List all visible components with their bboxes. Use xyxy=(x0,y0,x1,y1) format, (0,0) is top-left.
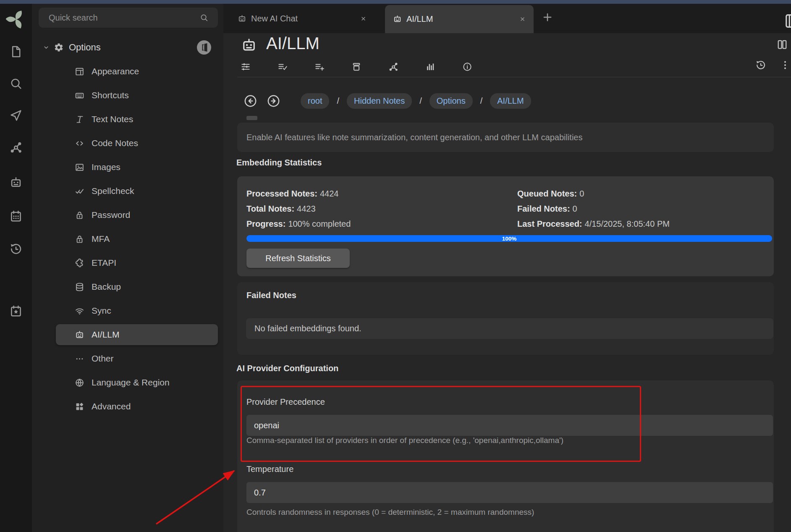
sidebar-item-shortcuts[interactable]: Shortcuts xyxy=(56,85,218,106)
sidebar-item-backup[interactable]: Backup xyxy=(56,276,218,297)
close-icon[interactable] xyxy=(519,16,526,23)
gear-icon xyxy=(54,42,64,52)
close-icon[interactable] xyxy=(360,15,367,22)
journal-icon[interactable] xyxy=(783,12,791,30)
trilium-logo-icon xyxy=(6,9,26,29)
app-window: Quick search Options AppearanceShortcuts… xyxy=(0,0,791,532)
globe-icon xyxy=(74,377,85,388)
ribbon-divider xyxy=(237,77,791,77)
sidebar-item-label: Language & Region xyxy=(92,377,170,388)
embedding-statistics-panel: Processed Notes:4424Total Notes:4423Prog… xyxy=(237,176,774,276)
embedding-statistics-heading: Embedding Statistics xyxy=(236,158,322,168)
hoist-button[interactable] xyxy=(197,40,211,55)
calendar-icon[interactable] xyxy=(9,209,23,223)
stat-failed-notes: Failed Notes:0 xyxy=(517,204,670,214)
sidebar-item-options[interactable]: Options xyxy=(32,37,223,58)
sidebar-item-spellcheck[interactable]: Spellcheck xyxy=(56,181,218,202)
sidebar-item-label: Advanced xyxy=(92,401,131,411)
ribbon-right-toolbar xyxy=(755,59,791,71)
history-icon[interactable] xyxy=(755,59,767,71)
breadcrumb-separator: / xyxy=(337,96,339,106)
sidebar-item-label: Text Notes xyxy=(92,114,133,124)
sidebar-item-label: MFA xyxy=(92,234,110,244)
search-input[interactable]: Quick search xyxy=(39,8,218,28)
tune-icon[interactable] xyxy=(237,58,254,75)
sidebar-item-advanced[interactable]: Advanced xyxy=(56,396,218,417)
image-icon xyxy=(74,162,85,173)
sidebar-item-label: Sync xyxy=(92,306,111,316)
sidebar-item-appearance[interactable]: Appearance xyxy=(56,61,218,82)
robot-icon xyxy=(74,330,85,340)
tab-new-ai-chat[interactable]: New AI Chat xyxy=(230,4,375,33)
note-title[interactable]: AI/LLM xyxy=(266,34,320,53)
kebab-icon[interactable] xyxy=(779,59,791,71)
sidebar-item-etapi[interactable]: ETAPI xyxy=(56,252,218,273)
sidebar-item-text-notes[interactable]: Text Notes xyxy=(56,109,218,130)
provider-precedence-label: Provider Precedence xyxy=(246,397,325,407)
search-icon[interactable] xyxy=(199,13,209,22)
search-icon[interactable] xyxy=(9,76,23,91)
send-icon[interactable] xyxy=(9,108,23,123)
note-path-row: root/Hidden Notes/Options/AI/LLM xyxy=(244,93,531,109)
sidebar-item-ai-llm[interactable]: AI/LLM xyxy=(56,324,218,345)
database-icon xyxy=(74,282,85,292)
grid-diamond-icon xyxy=(74,401,85,412)
sidebar-item-mfa[interactable]: MFA xyxy=(56,228,218,249)
robot-icon[interactable] xyxy=(240,37,258,54)
failed-notes-empty-message: No failed embeddings found. xyxy=(246,318,773,339)
breadcrumb-item-options[interactable]: Options xyxy=(430,93,473,109)
stat-processed-notes: Processed Notes:4424 xyxy=(246,189,351,199)
forward-button[interactable] xyxy=(267,94,280,108)
window-top-strip xyxy=(0,0,791,4)
sidebar-item-label: Backup xyxy=(92,282,121,292)
sidebar-item-label: Other xyxy=(92,354,114,364)
back-button[interactable] xyxy=(244,94,257,108)
temperature-input[interactable]: 0.7 xyxy=(246,482,773,503)
archive-icon[interactable] xyxy=(348,58,365,75)
stat-progress: Progress:100% completed xyxy=(246,219,351,229)
sidebar-item-other[interactable]: Other xyxy=(56,348,218,369)
history-icon[interactable] xyxy=(9,242,23,256)
bar-chart-icon[interactable] xyxy=(422,58,439,75)
refresh-statistics-button[interactable]: Refresh Statistics xyxy=(246,249,350,268)
provider-precedence-input[interactable]: openai xyxy=(246,415,773,436)
provider-precedence-help: Comma-separated list of providers in ord… xyxy=(246,436,563,445)
robot-icon[interactable] xyxy=(9,176,23,190)
share-graph-icon[interactable] xyxy=(385,58,402,75)
info-icon[interactable] xyxy=(459,58,476,75)
list-plus-icon[interactable] xyxy=(311,58,328,75)
ellipsis-icon xyxy=(74,354,85,364)
temperature-label: Temperature xyxy=(246,464,293,474)
split-columns-icon[interactable] xyxy=(776,38,788,51)
breadcrumb-item-ai-llm[interactable]: AI/LLM xyxy=(490,93,531,109)
layout-icon xyxy=(74,66,85,77)
new-tab-button[interactable] xyxy=(541,11,554,24)
keyboard-icon xyxy=(74,90,85,101)
document-icon[interactable] xyxy=(9,45,23,59)
share-graph-icon[interactable] xyxy=(9,140,23,155)
tab-ai-llm[interactable]: AI/LLM xyxy=(385,5,534,33)
puzzle-icon xyxy=(74,258,85,268)
sidebar-item-sync[interactable]: Sync xyxy=(56,300,218,321)
progress-label: 100% xyxy=(502,236,517,242)
note-tree-sidebar: Quick search Options AppearanceShortcuts… xyxy=(32,4,223,532)
sidebar-item-language-region[interactable]: Language & Region xyxy=(56,372,218,393)
sidebar-item-images[interactable]: Images xyxy=(56,157,218,178)
ai-intro-panel: Enable AI features like note summarizati… xyxy=(237,123,774,152)
sidebar-item-label: Appearance xyxy=(92,66,139,76)
sidebar-item-password[interactable]: Password xyxy=(56,204,218,225)
cutoff-control xyxy=(246,116,257,120)
breadcrumb-item-root[interactable]: root xyxy=(301,93,329,109)
failed-notes-panel: Failed Notes No failed embeddings found. xyxy=(237,282,774,355)
sidebar-item-label: Images xyxy=(92,162,120,172)
tab-bar: New AI Chat AI/LLM xyxy=(223,4,791,33)
calendar-star-icon[interactable] xyxy=(9,304,23,318)
list-check-icon[interactable] xyxy=(274,58,291,75)
chevron-down-icon[interactable] xyxy=(42,43,50,52)
sidebar-item-code-notes[interactable]: Code Notes xyxy=(56,133,218,154)
breadcrumb-item-hidden-notes[interactable]: Hidden Notes xyxy=(347,93,412,109)
ai-provider-configuration-heading: AI Provider Configuration xyxy=(236,364,338,373)
door-open-icon xyxy=(199,42,209,52)
failed-notes-heading: Failed Notes xyxy=(246,291,296,300)
breadcrumb-separator: / xyxy=(480,96,483,106)
